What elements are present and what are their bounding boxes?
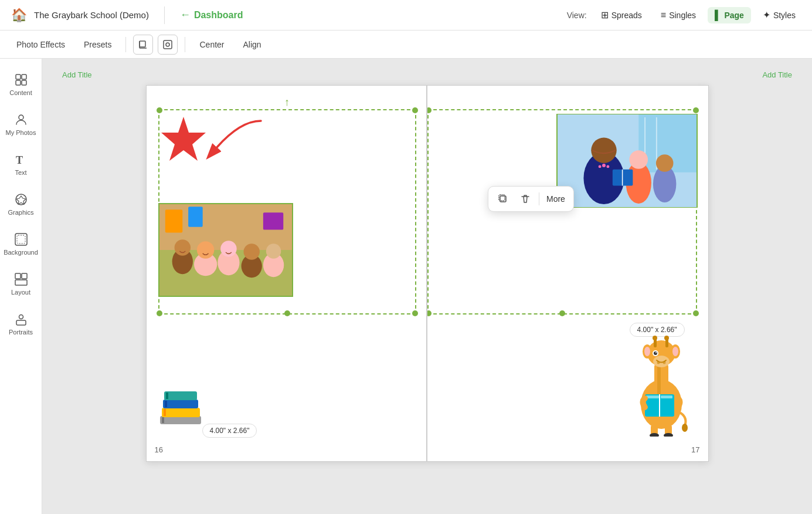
context-menu-separator <box>539 192 539 205</box>
canvas-area[interactable]: Add Title Add Title More <box>42 59 812 514</box>
svg-point-65 <box>665 395 674 402</box>
star-graphic <box>157 114 210 167</box>
selection-handle-mb[interactable] <box>284 310 290 316</box>
toolbar-separator-2 <box>185 37 185 52</box>
svg-marker-21 <box>161 117 206 161</box>
sidebar-item-content[interactable]: Content <box>2 66 40 103</box>
svg-point-55 <box>655 154 673 172</box>
svg-rect-25 <box>165 209 182 232</box>
page-label: Page <box>724 11 743 20</box>
add-title-left[interactable]: Add Title <box>62 70 92 79</box>
graphics-icon <box>14 192 28 207</box>
page-title-bar: Add Title Add Title <box>60 70 794 79</box>
view-page-button[interactable]: ▌ Page <box>708 7 751 23</box>
add-title-right[interactable]: Add Title <box>762 70 792 79</box>
svg-rect-70 <box>665 338 668 347</box>
svg-point-71 <box>653 336 657 340</box>
svg-rect-0 <box>140 41 145 47</box>
sidebar-item-myphotos[interactable]: My Photos <box>2 106 40 143</box>
sidebar-portraits-label: Portraits <box>9 329 33 336</box>
spreads-label: Spreads <box>611 11 642 20</box>
more-button[interactable]: More <box>544 194 568 204</box>
svg-point-33 <box>220 241 237 257</box>
sidebar-item-background[interactable]: Background <box>2 225 40 263</box>
sel-handle-right-tr[interactable] <box>693 107 699 113</box>
duplicate-button[interactable] <box>494 190 512 208</box>
sidebar-myphotos-label: My Photos <box>6 129 36 136</box>
sidebar-item-text[interactable]: T Text <box>2 146 40 183</box>
sel-handle-right-bl[interactable] <box>427 310 432 316</box>
svg-rect-14 <box>15 273 21 279</box>
frame-icon-button[interactable] <box>158 35 178 55</box>
kids-photo-frame[interactable] <box>158 203 293 297</box>
svg-point-90 <box>664 433 673 437</box>
dashboard-back-button[interactable]: ← Dashboard <box>180 9 243 21</box>
background-icon <box>14 232 28 246</box>
svg-point-77 <box>653 356 670 367</box>
context-menu: More <box>488 186 574 212</box>
sidebar-item-layout[interactable]: Layout <box>2 265 40 303</box>
kids-photo <box>159 204 292 296</box>
svg-rect-18 <box>16 320 26 325</box>
svg-point-74 <box>671 344 680 359</box>
portraits-icon <box>14 312 28 326</box>
view-styles-button[interactable]: ✦ Styles <box>756 6 803 23</box>
header-left: 🏠 The Graybark School (Demo) ← Dashboard <box>9 6 567 25</box>
teacher-photo-frame[interactable] <box>556 114 698 208</box>
books-svg <box>157 386 204 430</box>
toolbar: Photo Effects Presets Center Align <box>0 31 812 59</box>
svg-point-72 <box>664 336 669 340</box>
svg-rect-43 <box>165 401 167 407</box>
selection-handle-bl[interactable] <box>157 310 162 316</box>
svg-point-9 <box>19 115 23 120</box>
align-button[interactable]: Align <box>236 37 269 52</box>
pages-container: ↑ <box>146 85 709 462</box>
svg-rect-13 <box>17 235 25 244</box>
svg-point-68 <box>647 340 675 366</box>
svg-point-79 <box>662 361 665 364</box>
crop-icon-button[interactable] <box>133 35 153 55</box>
svg-rect-86 <box>661 395 672 398</box>
svg-rect-15 <box>22 273 27 279</box>
sel-handle-right-tl[interactable] <box>427 107 432 113</box>
kids-photo-svg <box>159 204 292 296</box>
teacher-photo-svg <box>558 114 697 208</box>
svg-point-75 <box>644 347 650 356</box>
svg-point-51 <box>591 138 616 163</box>
right-page[interactable]: 4.00" x 2.66" <box>427 86 708 461</box>
left-page[interactable]: ↑ <box>147 86 427 461</box>
header: 🏠 The Graybark School (Demo) ← Dashboard… <box>0 0 812 31</box>
svg-rect-87 <box>651 425 658 435</box>
frame-icon <box>163 40 172 49</box>
sidebar-item-portraits[interactable]: Portraits <box>2 305 40 343</box>
text-icon: T <box>14 153 28 167</box>
selection-handle-tl[interactable] <box>157 107 162 113</box>
sel-handle-right-mb[interactable] <box>559 310 565 316</box>
svg-point-4 <box>166 43 169 46</box>
selection-handle-tr[interactable] <box>412 107 418 113</box>
delete-button[interactable] <box>517 190 534 208</box>
view-singles-button[interactable]: ≡ Singles <box>654 7 703 23</box>
center-button[interactable]: Center <box>192 37 231 52</box>
photo-label-right: 4.00" x 2.66" <box>630 323 685 337</box>
content-icon <box>14 73 28 87</box>
presets-button[interactable]: Presets <box>77 37 118 52</box>
svg-point-64 <box>651 407 660 417</box>
photo-effects-button[interactable]: Photo Effects <box>9 37 72 52</box>
svg-point-80 <box>653 350 658 356</box>
layout-icon <box>14 272 28 286</box>
svg-point-63 <box>664 402 673 412</box>
svg-rect-26 <box>188 207 203 226</box>
sidebar-item-graphics[interactable]: Graphics <box>2 185 40 223</box>
svg-point-73 <box>643 344 652 359</box>
app-title: The Graybark School (Demo) <box>34 10 149 20</box>
svg-point-76 <box>672 347 678 356</box>
svg-rect-40 <box>162 408 200 417</box>
duplicate-icon <box>498 194 508 204</box>
header-right: View: ⊞ Spreads ≡ Singles ▌ Page ✦ Style… <box>567 6 803 23</box>
svg-point-62 <box>649 394 660 403</box>
page-icon: ▌ <box>715 10 721 21</box>
selection-handle-br[interactable] <box>412 310 418 316</box>
view-spreads-button[interactable]: ⊞ Spreads <box>594 6 649 23</box>
sel-handle-right-br[interactable] <box>693 310 699 316</box>
